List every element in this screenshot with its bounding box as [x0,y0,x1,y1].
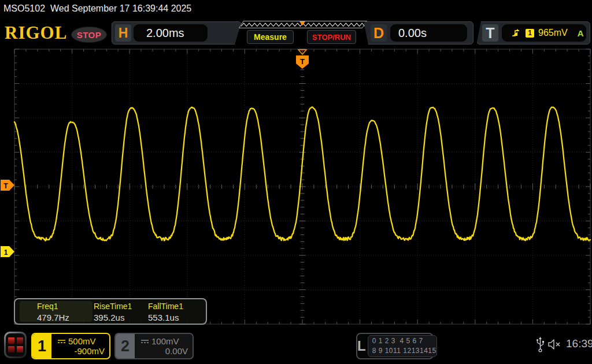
menu-square [17,346,23,352]
measurement-item[interactable]: RiseTime1 395.2us [94,302,147,322]
svg-text:T: T [3,182,8,190]
channel1-level-marker[interactable]: 1 [1,246,14,257]
dc-coupling-icon [57,339,66,344]
clock: 16:39 [566,337,592,350]
speaker-muted-icon [547,338,562,351]
usb-icon [536,336,545,352]
channel1-number: 1 [32,334,51,358]
trigger-level-marker[interactable]: T [1,180,14,191]
menu-square [17,337,23,344]
bottom-status-bar: 1 500mV -900mV 2 [0,329,592,364]
svg-text:1: 1 [4,248,8,257]
channel2-scale: 100mV [151,336,179,346]
logic-channels-block[interactable]: L 0 1 2 3 4 5 6 7 8 9 1011 12131415 [356,333,434,359]
menu-square [8,337,14,344]
measurement-label: FallTime1 [148,302,201,311]
dc-coupling-icon [140,339,149,344]
measurement-value: 395.2us [94,313,147,322]
channel1-scale: 500mV [68,336,96,346]
menu-square [8,346,14,352]
svg-text:T: T [300,57,305,66]
logic-row-1: 0 1 2 3 4 5 6 7 [372,336,436,346]
logic-row-2: 8 9 1011 12131415 [372,346,436,356]
measurement-label: RiseTime1 [94,302,147,311]
measurement-results-box: Freq1 479.7Hz RiseTime1 395.2us FallTime… [14,298,207,325]
logic-digits: 0 1 2 3 4 5 6 7 8 9 1011 12131415 [368,335,437,357]
measurement-label: Freq1 [37,302,90,311]
oscilloscope-screen: MSO5102 Wed September 17 16:39:44 2025 R… [0,0,592,364]
menu-grid-icon[interactable] [4,332,27,358]
channel1-status-block[interactable]: 1 500mV -900mV [31,333,110,359]
measurement-value: 479.7Hz [37,313,90,322]
channel2-status-block[interactable]: 2 100mV 0.00V [114,333,194,359]
channel1-offset: -900mV [53,346,107,356]
measurement-item[interactable]: FallTime1 553.1us [148,302,201,322]
channel2-number: 2 [116,334,135,358]
measurement-value: 553.1us [148,313,201,322]
channel2-offset: 0.00V [136,346,190,356]
measurement-item[interactable]: Freq1 479.7Hz [37,302,90,322]
logic-label: L [357,334,366,358]
